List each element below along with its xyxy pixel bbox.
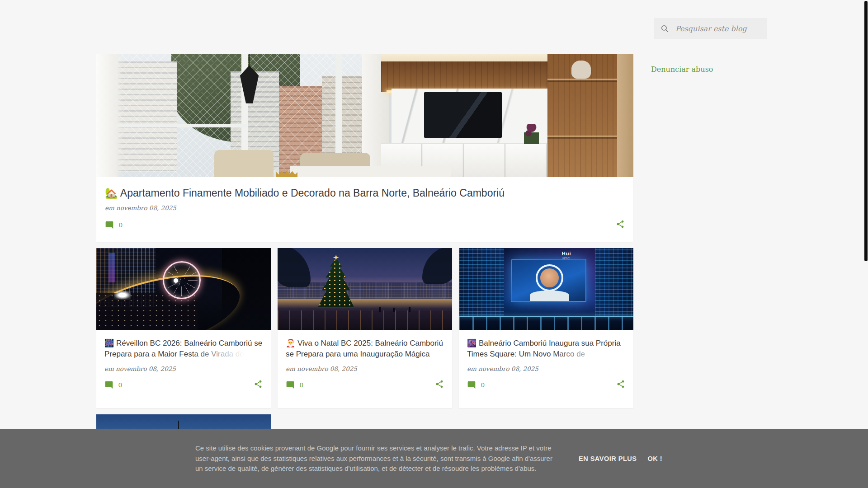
img-detail (422, 248, 452, 284)
img-detail (530, 291, 569, 301)
post-grid-row: 🎆 Réveillon BC 2026: Balneário Camboriú … (96, 248, 633, 408)
hero-post-title[interactable]: 🏡 Apartamento Finamente Mobiliado e Deco… (105, 186, 625, 200)
report-abuse-link[interactable]: Denunciar abuso (651, 65, 713, 74)
comment-icon (105, 221, 114, 230)
img-detail (540, 268, 558, 287)
share-icon (254, 380, 263, 389)
search-icon[interactable] (660, 24, 669, 33)
img-detail (459, 316, 633, 317)
hero-share-button[interactable] (616, 220, 625, 230)
img-detail (571, 61, 591, 79)
post-date: em novembro 08, 2025 (104, 365, 263, 372)
img-detail (114, 291, 132, 300)
ferris-wheel-detail (163, 261, 201, 299)
hero-comments-button[interactable]: 0 (105, 221, 123, 230)
comment-count: 0 (300, 381, 303, 389)
cookie-learn-more-button[interactable]: EN SAVOIR PLUS (579, 455, 637, 462)
img-detail (249, 54, 250, 66)
img-detail (409, 307, 410, 312)
comment-count: 0 (118, 381, 122, 389)
post-image-reveillon[interactable] (96, 248, 271, 330)
img-detail (290, 166, 451, 177)
search-input[interactable] (675, 24, 761, 33)
comment-icon (467, 380, 476, 389)
post-title-times-square[interactable]: 🌆 Balneário Camboriú Inaugura sua Própri… (467, 338, 625, 360)
cookie-message: Ce site utilise des cookies provenant de… (195, 443, 557, 474)
hero-post-card: 🏡 Apartamento Finamente Mobiliado e Deco… (96, 54, 633, 242)
img-detail (278, 310, 452, 330)
comment-count: 0 (481, 381, 485, 389)
billboard-sub-text: NYC (562, 257, 570, 260)
post-card-reveillon: 🎆 Réveillon BC 2026: Balneário Camboriú … (96, 248, 271, 408)
hero-post-image[interactable] (96, 54, 633, 177)
comment-icon (286, 380, 295, 389)
comment-icon (104, 380, 113, 389)
cookie-consent-banner: Ce site utilise des cookies provenant de… (0, 429, 868, 488)
comments-button[interactable]: 0 (104, 380, 122, 389)
img-detail (617, 54, 633, 177)
post-feed: 🏡 Apartamento Finamente Mobiliado e Deco… (96, 54, 633, 488)
share-icon (616, 380, 625, 389)
vertical-scrollbar-thumb[interactable] (864, 1, 868, 261)
img-detail (214, 150, 274, 177)
post-card-natal: 🎅 Viva o Natal BC 2025: Balneário Cambor… (278, 248, 452, 408)
post-date: em novembro 08, 2025 (286, 365, 444, 372)
share-icon (616, 220, 625, 229)
share-button[interactable] (435, 380, 444, 390)
hero-comment-count: 0 (119, 221, 123, 229)
img-detail (524, 124, 539, 144)
post-title-natal[interactable]: 🎅 Viva o Natal BC 2025: Balneário Cambor… (286, 338, 444, 360)
img-detail (379, 307, 381, 312)
billboard-brand-text: Hui (562, 251, 571, 256)
comments-button[interactable]: 0 (467, 380, 485, 389)
post-title-reveillon[interactable]: 🎆 Réveillon BC 2026: Balneário Camboriú … (104, 338, 263, 360)
cookie-ok-button[interactable]: OK ! (647, 455, 662, 462)
post-date: em novembro 08, 2025 (467, 365, 625, 372)
billboard-screen-detail (511, 259, 586, 302)
img-detail (424, 92, 502, 138)
post-image-times-square[interactable]: Hui NYC (459, 248, 633, 330)
img-detail (108, 253, 115, 282)
comments-button[interactable]: 0 (286, 380, 303, 389)
share-icon (435, 380, 444, 389)
hero-post-date: em novembro 08, 2025 (105, 204, 625, 211)
img-detail (174, 278, 178, 283)
search-box[interactable] (654, 18, 767, 39)
img-detail (278, 248, 311, 287)
share-button[interactable] (254, 380, 263, 390)
share-button[interactable] (616, 380, 625, 390)
img-detail (96, 54, 123, 177)
post-card-times-square: Hui NYC 🌆 Balneário Camboriú Inaugura su… (459, 248, 633, 408)
hero-post-body: 🏡 Apartamento Finamente Mobiliado e Deco… (96, 177, 633, 242)
img-detail (459, 317, 633, 330)
post-image-natal[interactable] (278, 248, 452, 330)
img-detail (393, 308, 395, 312)
img-detail (333, 254, 339, 260)
